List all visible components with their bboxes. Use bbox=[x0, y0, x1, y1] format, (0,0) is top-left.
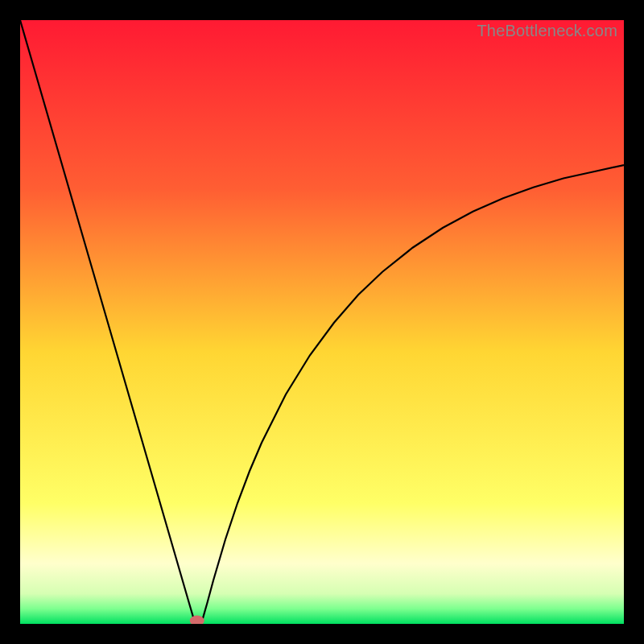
gradient-background bbox=[20, 20, 624, 624]
bottleneck-chart bbox=[20, 20, 624, 624]
chart-frame: TheBottleneck.com bbox=[20, 20, 624, 624]
watermark-text: TheBottleneck.com bbox=[477, 22, 617, 40]
